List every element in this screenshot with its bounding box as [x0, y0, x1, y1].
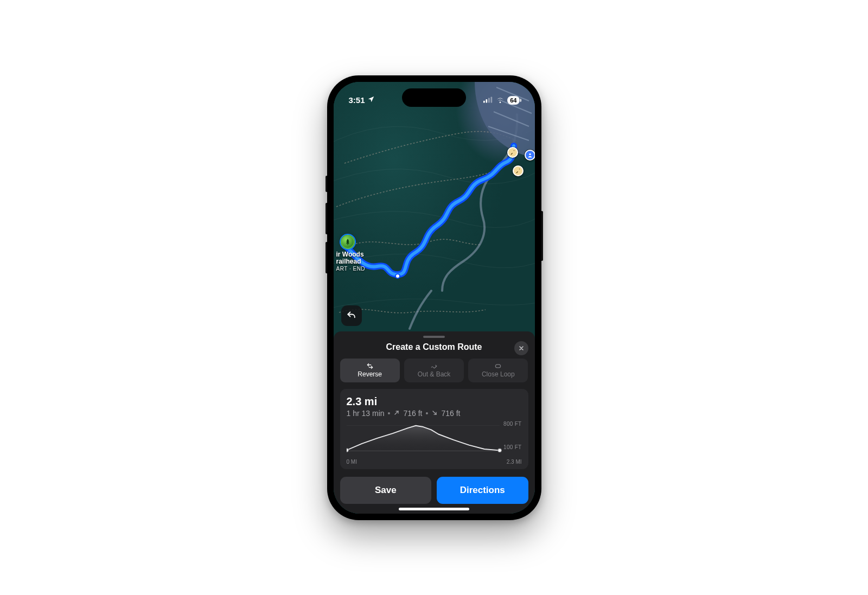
directions-label: Directions: [460, 485, 505, 496]
svg-rect-2: [488, 98, 490, 103]
battery-percent: 64: [510, 97, 516, 104]
undo-icon: [346, 310, 357, 321]
svg-point-10: [497, 449, 501, 452]
place-name-line1: ir Woods: [336, 251, 366, 259]
svg-rect-3: [491, 97, 493, 103]
svg-rect-1: [486, 99, 488, 103]
svg-point-9: [347, 448, 348, 451]
reverse-icon: [366, 362, 374, 370]
location-icon: [367, 95, 375, 105]
wifi-icon: [496, 95, 505, 105]
place-subtitle: ART · END: [336, 266, 366, 272]
svg-rect-0: [483, 101, 485, 103]
sheet-title: Create a Custom Route: [386, 342, 482, 351]
out-and-back-label: Out & Back: [418, 370, 451, 378]
tree-icon: [341, 235, 355, 249]
waypoint-marker[interactable]: [513, 165, 524, 176]
phone-frame: 3:51 64: [327, 75, 541, 520]
svg-point-5: [529, 153, 531, 155]
route-meta: 1 hr 13 min • 716 ft • 716 ft: [347, 409, 522, 418]
directions-button[interactable]: Directions: [437, 477, 528, 504]
battery-indicator: 64: [507, 96, 519, 105]
poi-marker[interactable]: [525, 150, 535, 161]
route-ascent: 716 ft: [403, 409, 422, 418]
close-button[interactable]: [514, 341, 528, 355]
reverse-button[interactable]: Reverse: [340, 359, 400, 382]
cellular-icon: [483, 95, 493, 105]
elev-x-end: 2.3 MI: [507, 459, 522, 465]
svg-point-4: [395, 274, 400, 278]
route-distance: 2.3 mi: [347, 395, 522, 408]
route-info-card[interactable]: 2.3 mi 1 hr 13 min • 716 ft • 716 ft 800…: [340, 389, 528, 469]
elevation-chart: 800 FT 100 FT: [347, 422, 522, 457]
home-indicator[interactable]: [399, 508, 469, 510]
screen: 3:51 64: [334, 82, 535, 514]
out-and-back-icon: [430, 362, 438, 370]
svg-rect-6: [496, 364, 501, 368]
route-option-segments: Reverse Out & Back Close Loop: [340, 359, 528, 382]
save-button[interactable]: Save: [340, 477, 432, 504]
sheet-grabber[interactable]: [423, 336, 445, 338]
close-icon: [518, 345, 525, 351]
out-and-back-button[interactable]: Out & Back: [404, 359, 464, 382]
ascent-icon: [393, 409, 400, 418]
status-time: 3:51: [349, 95, 365, 105]
route-duration: 1 hr 13 min: [347, 409, 385, 418]
elev-max-label: 800 FT: [503, 421, 521, 427]
place-name-line2: railhead: [336, 258, 366, 266]
close-loop-label: Close Loop: [482, 370, 515, 378]
bottom-sheet: Create a Custom Route Reverse Out & Bac: [334, 331, 535, 514]
close-loop-icon: [494, 362, 502, 370]
action-row: Save Directions: [340, 477, 528, 504]
elev-x-start: 0 MI: [347, 459, 357, 465]
descent-icon: [431, 409, 438, 418]
place-labels: ir Woods railhead ART · END: [336, 251, 366, 272]
save-label: Save: [375, 485, 397, 496]
elev-min-label: 100 FT: [503, 444, 521, 450]
route-descent: 716 ft: [441, 409, 460, 418]
undo-button[interactable]: [341, 305, 362, 326]
reverse-label: Reverse: [358, 370, 382, 378]
start-end-pin[interactable]: ir Woods railhead ART · END: [336, 235, 366, 272]
waypoint-marker[interactable]: [507, 147, 518, 158]
close-loop-button[interactable]: Close Loop: [468, 359, 528, 382]
dynamic-island: [402, 88, 466, 107]
